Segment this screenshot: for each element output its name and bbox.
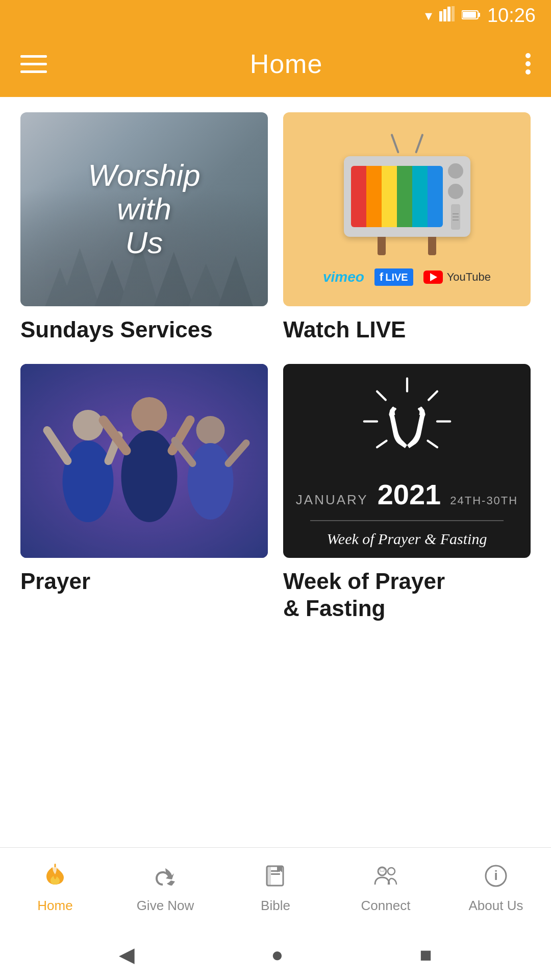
prayer-dates: 24TH-30TH: [450, 494, 518, 507]
facebook-icon: f: [380, 271, 383, 284]
svg-point-41: [388, 868, 395, 875]
nav-label-connect: Connect: [361, 898, 411, 914]
app-title: Home: [250, 48, 323, 79]
card-image-sundays: WorshipwithUs: [20, 112, 268, 306]
connect-icon: [373, 863, 398, 893]
nav-item-home[interactable]: Home: [0, 858, 110, 919]
speaker-line: [453, 216, 459, 217]
youtube-text: YouTube: [447, 271, 491, 284]
prayer-subtitle: Week of Prayer & Fasting: [327, 530, 487, 548]
back-button[interactable]: ◀: [119, 943, 135, 966]
svg-line-29: [377, 391, 386, 400]
youtube-icon: [423, 271, 443, 284]
home-button[interactable]: ●: [271, 943, 283, 966]
tv-antenna: [397, 133, 417, 153]
tv-bar-orange: [366, 166, 382, 227]
more-options-button[interactable]: [525, 53, 531, 75]
status-bar: ▾ 10:26: [0, 0, 551, 31]
tv-knob-2: [448, 184, 463, 199]
svg-line-33: [377, 440, 387, 447]
tv-illustration: [344, 133, 470, 255]
speaker-line: [453, 213, 459, 214]
svg-rect-1: [443, 9, 446, 21]
sundays-services-label: Sundays Services: [20, 316, 268, 344]
tv-knob-1: [448, 163, 463, 179]
tv-body: [344, 156, 470, 237]
svg-marker-11: [154, 252, 194, 306]
prayer-bg: [20, 364, 268, 558]
prayer-year: 2021: [378, 478, 441, 511]
nav-label-about-us: About Us: [469, 898, 523, 914]
tv-controls: [448, 163, 463, 230]
system-nav: ◀ ● ■: [0, 929, 551, 980]
tv-leg-right: [428, 237, 436, 255]
antenna-left: [390, 134, 399, 154]
antenna-right: [415, 134, 423, 154]
status-icons: ▾ 10:26: [425, 5, 536, 27]
tv-bar-blue: [428, 166, 443, 227]
tv-speaker: [451, 204, 460, 230]
svg-line-34: [428, 440, 437, 447]
svg-rect-5: [478, 13, 480, 17]
status-time: 10:26: [487, 5, 536, 27]
give-now-icon: [153, 863, 178, 893]
menu-button[interactable]: [20, 55, 47, 73]
youtube-badge: YouTube: [423, 271, 491, 284]
svg-rect-6: [463, 12, 476, 18]
svg-rect-3: [452, 6, 455, 21]
svg-text:i: i: [494, 868, 497, 883]
worship-bg: WorshipwithUs: [20, 112, 268, 306]
svg-rect-27: [20, 364, 268, 558]
speaker-line: [453, 219, 459, 220]
tv-legs: [356, 237, 457, 255]
praying-hands-svg: [346, 374, 468, 469]
tv-leg-left: [378, 237, 386, 255]
prayer-divider: [310, 520, 503, 521]
tv-bar-red: [351, 166, 366, 227]
card-prayer[interactable]: Prayer: [20, 364, 268, 622]
tv-bar-green: [397, 166, 412, 227]
nav-label-bible: Bible: [261, 898, 290, 914]
svg-rect-42: [380, 868, 384, 871]
about-us-icon: i: [483, 863, 509, 893]
live-text: LIVE: [385, 272, 408, 283]
svg-rect-37: [267, 866, 271, 886]
vimeo-logo: vimeo: [323, 269, 364, 285]
week-of-prayer-label: Week of Prayer & Fasting: [283, 568, 531, 622]
nav-item-give-now[interactable]: Give Now: [110, 858, 220, 919]
prayer-label: Prayer: [20, 568, 268, 595]
nav-label-home: Home: [37, 898, 72, 914]
card-sundays-services[interactable]: WorshipwithUs Sundays Services: [20, 112, 268, 344]
home-icon: [42, 863, 68, 893]
bible-icon: [263, 863, 288, 893]
tv-bar-yellow: [382, 166, 397, 227]
card-week-of-prayer[interactable]: JANUARY 2021 24TH-30TH Week of Prayer & …: [283, 364, 531, 622]
nav-item-bible[interactable]: Bible: [220, 858, 331, 919]
svg-marker-13: [218, 256, 253, 306]
streaming-logos: vimeo f LIVE YouTube: [323, 268, 491, 286]
youtube-play-icon: [430, 273, 437, 281]
signal-icon: [439, 6, 455, 25]
wifi-icon: ▾: [425, 7, 432, 24]
card-image-prayer: [20, 364, 268, 558]
card-image-watch: vimeo f LIVE YouTube: [283, 112, 531, 306]
nav-item-connect[interactable]: Connect: [331, 858, 441, 919]
svg-line-31: [429, 391, 437, 400]
main-content: WorshipwithUs Sundays Services: [0, 97, 551, 637]
facebook-live-badge: f LIVE: [374, 268, 413, 286]
nav-label-give-now: Give Now: [137, 898, 194, 914]
card-image-prayer-week: JANUARY 2021 24TH-30TH Week of Prayer & …: [283, 364, 531, 558]
app-bar: Home: [0, 31, 551, 97]
watch-bg: vimeo f LIVE YouTube: [283, 112, 531, 306]
svg-rect-39: [271, 873, 280, 875]
svg-rect-2: [447, 7, 450, 21]
tv-screen: [351, 166, 443, 227]
card-watch-live[interactable]: vimeo f LIVE YouTube Watch: [283, 112, 531, 344]
svg-rect-0: [439, 11, 442, 21]
recent-button[interactable]: ■: [419, 943, 432, 966]
nav-item-about-us[interactable]: i About Us: [441, 858, 551, 919]
svg-marker-12: [189, 263, 223, 306]
battery-icon: [462, 7, 480, 23]
prayer-week-bg: JANUARY 2021 24TH-30TH Week of Prayer & …: [283, 364, 531, 558]
prayer-month: JANUARY: [296, 492, 368, 508]
